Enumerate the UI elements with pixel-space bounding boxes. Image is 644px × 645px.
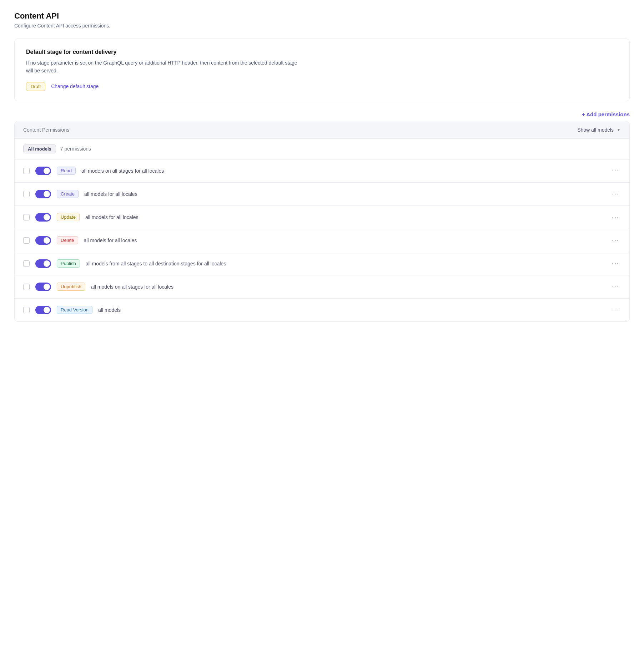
permission-toggle[interactable]: [35, 213, 51, 222]
table-row: Read all models on all stages for all lo…: [15, 159, 629, 183]
permission-description: all models on all stages for all locales: [91, 284, 605, 290]
change-default-stage-link[interactable]: Change default stage: [51, 83, 99, 89]
permission-toggle[interactable]: [35, 283, 51, 291]
permission-more-button[interactable]: ···: [610, 306, 621, 314]
permission-badge: Delete: [57, 236, 78, 244]
permission-badge: Create: [57, 190, 79, 198]
chevron-down-icon: ▼: [617, 127, 621, 132]
card-title: Default stage for content delivery: [26, 49, 618, 55]
permission-checkbox[interactable]: [23, 168, 30, 174]
show-all-models-label: Show all models: [577, 127, 614, 133]
stage-row: Draft Change default stage: [26, 82, 618, 91]
permission-more-button[interactable]: ···: [610, 213, 621, 221]
permission-description: all models: [98, 307, 605, 313]
permission-description: all models from all stages to all destin…: [86, 261, 605, 266]
draft-badge: Draft: [26, 82, 45, 91]
permissions-table: Content Permissions Show all models ▼ Al…: [14, 121, 630, 322]
permission-checkbox[interactable]: [23, 284, 30, 290]
permission-checkbox[interactable]: [23, 214, 30, 220]
permission-description: all models on all stages for all locales: [81, 168, 605, 174]
permission-badge: Read: [57, 167, 76, 175]
permission-checkbox[interactable]: [23, 307, 30, 313]
permission-toggle[interactable]: [35, 167, 51, 175]
permission-more-button[interactable]: ···: [610, 260, 621, 267]
permission-more-button[interactable]: ···: [610, 283, 621, 290]
table-row: Create all models for all locales ···: [15, 183, 629, 206]
page-title: Content API: [14, 11, 630, 21]
table-header: Content Permissions Show all models ▼: [15, 121, 629, 139]
permission-checkbox[interactable]: [23, 191, 30, 197]
page-subtitle: Configure Content API access permissions…: [14, 23, 630, 29]
permission-toggle[interactable]: [35, 259, 51, 268]
permission-description: all models for all locales: [85, 214, 605, 220]
permission-toggle[interactable]: [35, 190, 51, 198]
permission-more-button[interactable]: ···: [610, 237, 621, 244]
add-permissions-button[interactable]: + Add permissions: [582, 111, 630, 117]
permission-description: all models for all locales: [84, 238, 605, 243]
permission-more-button[interactable]: ···: [610, 190, 621, 198]
permission-badge: Read Version: [57, 306, 92, 314]
permission-toggle[interactable]: [35, 306, 51, 314]
permission-badge: Unpublish: [57, 283, 85, 291]
permission-toggle[interactable]: [35, 236, 51, 245]
permissions-count: 7 permissions: [60, 146, 91, 152]
permission-rows-container: Read all models on all stages for all lo…: [15, 159, 629, 321]
card-description: If no stage parameter is set on the Grap…: [26, 59, 297, 75]
permission-more-button[interactable]: ···: [610, 167, 621, 174]
all-models-badge: All models: [23, 144, 56, 153]
table-row: Unpublish all models on all stages for a…: [15, 275, 629, 299]
permission-checkbox[interactable]: [23, 260, 30, 267]
table-row: Read Version all models ···: [15, 299, 629, 321]
table-header-title: Content Permissions: [23, 127, 69, 133]
table-row: Update all models for all locales ···: [15, 206, 629, 229]
add-permissions-row: + Add permissions: [14, 111, 630, 117]
show-all-models-button[interactable]: Show all models ▼: [577, 127, 621, 133]
table-row: Publish all models from all stages to al…: [15, 252, 629, 275]
table-row: Delete all models for all locales ···: [15, 229, 629, 252]
permission-checkbox[interactable]: [23, 237, 30, 244]
all-models-row: All models 7 permissions: [15, 139, 629, 159]
default-stage-card: Default stage for content delivery If no…: [14, 39, 630, 101]
permission-badge: Update: [57, 213, 80, 221]
permission-badge: Publish: [57, 259, 80, 268]
permission-description: all models for all locales: [84, 191, 605, 197]
